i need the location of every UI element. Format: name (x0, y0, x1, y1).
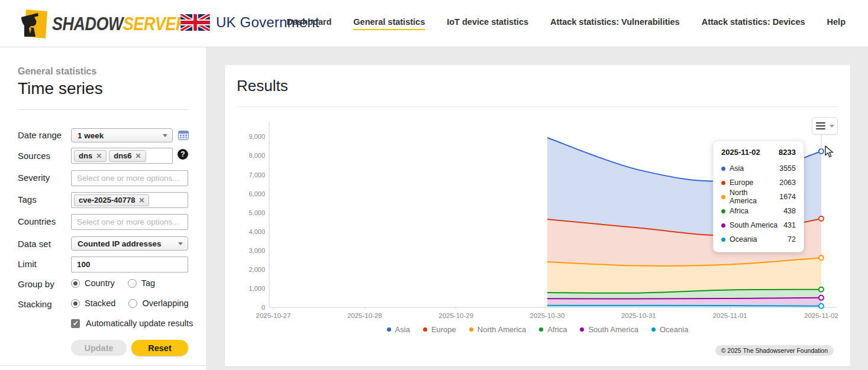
svg-text:5,000: 5,000 (249, 209, 265, 216)
chip-label: dns6 (114, 151, 131, 160)
tooltip-total: 8233 (779, 148, 796, 157)
chip-label: dns (79, 151, 92, 160)
copyright-badge: © 2025 The Shadowserver Foundation (715, 345, 834, 356)
svg-text:2025-10-31: 2025-10-31 (621, 312, 656, 319)
data-set-value: Counted IP addresses (78, 239, 162, 248)
chevron-down-icon (178, 242, 183, 245)
page-title: Time series (18, 79, 103, 98)
radio-overlapping[interactable] (128, 299, 137, 308)
auto-update-label: Automatically update results (86, 319, 193, 328)
tooltip-row: South America 431 (721, 218, 796, 232)
legend-dot (651, 327, 656, 332)
tags-input[interactable]: cve-2025-40778 ✕ (71, 192, 188, 208)
top-header: SHADOWSERVER UK Government Dashboard Gen… (0, 0, 868, 47)
sources-input[interactable]: dns ✕ dns6 ✕ (71, 148, 173, 164)
series-dot (721, 195, 725, 199)
chevron-down-icon (830, 125, 834, 128)
source-chip-dns: dns ✕ (74, 150, 107, 162)
nav-dashboard[interactable]: Dashboard (287, 17, 332, 30)
update-button[interactable]: Update (71, 340, 127, 356)
svg-text:7,000: 7,000 (249, 171, 265, 178)
series-dot (721, 209, 725, 213)
legend-dot (580, 327, 584, 332)
radio-stacked[interactable] (71, 299, 80, 308)
legend-item-africa: Africa (539, 325, 567, 334)
radio-country[interactable] (71, 279, 80, 288)
legend-item-oceania: Oceania (651, 325, 688, 334)
svg-text:2025-10-27: 2025-10-27 (256, 312, 291, 319)
help-icon[interactable]: ? (178, 149, 188, 160)
stacking-label: Stacking (18, 299, 52, 309)
remove-icon[interactable]: ✕ (96, 152, 102, 160)
legend-label: Europe (431, 325, 456, 334)
svg-text:2025-10-28: 2025-10-28 (347, 312, 382, 319)
nav-attack-statistics-vulnerabilities[interactable]: Attack statistics: Vulnerabilities (550, 17, 680, 30)
date-range-select[interactable]: 1 week (71, 128, 173, 142)
legend-dot (423, 327, 427, 332)
tooltip-row: North America 1674 (721, 190, 796, 204)
svg-text:3,000: 3,000 (249, 247, 265, 254)
svg-text:6,000: 6,000 (249, 190, 265, 197)
uk-flag-icon (180, 14, 210, 31)
nav-attack-statistics-devices[interactable]: Attack statistics: Devices (702, 17, 805, 30)
group-by-options: Country Tag (71, 278, 163, 288)
tags-label: Tags (18, 194, 37, 205)
limit-input[interactable] (71, 257, 188, 272)
chevron-down-icon (163, 134, 167, 137)
data-set-select[interactable]: Counted IP addresses (71, 236, 188, 251)
brand-shadow-text: SHADOW (52, 13, 123, 34)
tag-chip-cve: cve-2025-40778 ✕ (74, 194, 149, 206)
calendar-icon[interactable] (178, 130, 189, 140)
legend-label: North America (477, 325, 526, 334)
chip-label: cve-2025-40778 (79, 196, 135, 205)
legend-dot (469, 327, 473, 332)
nav-help[interactable]: Help (827, 17, 846, 30)
hamburger-icon (816, 122, 825, 129)
legend-item-asia: Asia (387, 325, 410, 334)
sidebar-bottom-divider (0, 365, 206, 366)
legend-item-south-america: South America (580, 325, 638, 334)
radio-tag[interactable] (128, 279, 137, 288)
svg-text:1,000: 1,000 (249, 285, 265, 292)
legend-label: Oceania (660, 325, 688, 334)
countries-label: Countries (18, 216, 56, 226)
brand-server-text: SERVER (123, 13, 187, 34)
chart-legend: Asia Europe North America Africa South A… (225, 325, 850, 334)
date-range-value: 1 week (78, 131, 104, 140)
nav-iot-device-statistics[interactable]: IoT device statistics (447, 17, 528, 30)
svg-text:0: 0 (262, 304, 265, 311)
svg-text:8,000: 8,000 (249, 152, 265, 159)
svg-text:2025-10-30: 2025-10-30 (530, 312, 565, 319)
legend-label: Asia (395, 325, 410, 334)
severity-label: Severity (18, 173, 50, 183)
filters-sidebar: General statistics Time series Date rang… (0, 47, 206, 370)
svg-text:4,000: 4,000 (249, 228, 265, 235)
legend-dot (539, 327, 543, 332)
shadowserver-logo-icon (18, 8, 49, 40)
tooltip-row: Oceania 72 (721, 232, 796, 246)
remove-icon[interactable]: ✕ (138, 196, 144, 205)
auto-update-checkbox[interactable] (71, 319, 80, 328)
chart-menu-button[interactable] (812, 117, 838, 135)
sources-label: Sources (18, 151, 50, 161)
tooltip-row: Europe 2063 (721, 176, 796, 190)
svg-text:2025-11-02: 2025-11-02 (804, 312, 838, 319)
source-chip-dns6: dns6 ✕ (109, 150, 146, 162)
severity-input[interactable] (71, 170, 188, 186)
stacking-options: Stacked Overlapping (71, 298, 197, 308)
svg-text:9,000: 9,000 (249, 133, 265, 140)
tooltip-row: Africa 438 (721, 204, 796, 218)
countries-input[interactable] (71, 214, 188, 230)
reset-button[interactable]: Reset (131, 340, 188, 356)
mouse-cursor-icon (825, 145, 834, 158)
date-range-label: Date range (18, 130, 62, 140)
nav-general-statistics[interactable]: General statistics (353, 17, 425, 30)
sidebar-section-label: General statistics (18, 66, 96, 77)
svg-text:2025-10-29: 2025-10-29 (438, 312, 473, 319)
remove-icon[interactable]: ✕ (135, 152, 141, 160)
radio-overlapping-label: Overlapping (142, 298, 188, 308)
legend-label: South America (588, 325, 638, 334)
results-card: Results 01,0002,0003,0004,0005,0006,0007… (225, 65, 850, 366)
auto-update-row: Automatically update results (71, 319, 201, 328)
radio-country-label: Country (85, 278, 115, 288)
